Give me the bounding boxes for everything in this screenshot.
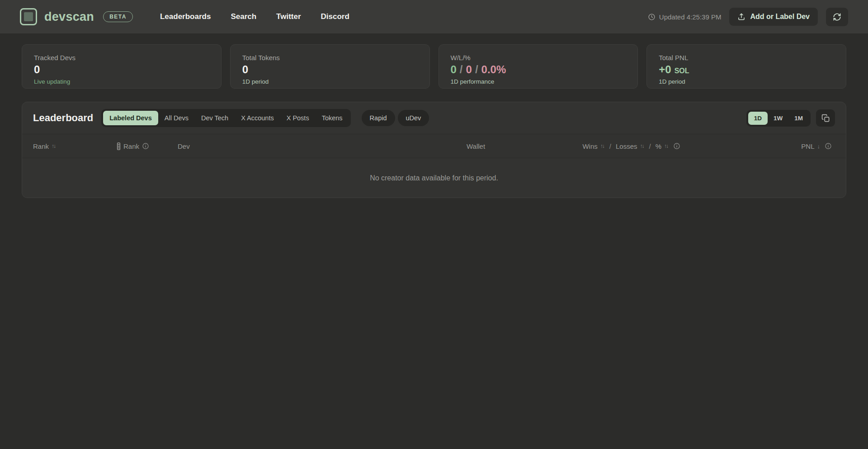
scan-rank-column-label: Rank: [123, 142, 139, 150]
stats-row: Tracked Devs 0 Live updating Total Token…: [22, 44, 846, 89]
sort-updown-icon: ↑↓: [664, 143, 669, 149]
separator: /: [647, 142, 652, 150]
rank-column-label: Rank: [33, 142, 49, 150]
sort-desc-icon: ↓: [817, 143, 821, 150]
devscan-logo-inner-square: [24, 12, 33, 21]
filter-rapid-button[interactable]: Rapid: [362, 110, 395, 126]
stat-card-wl-pct: W/L/% 0/0/0.0% 1D performance: [439, 44, 638, 89]
sort-updown-icon: ↑↓: [600, 143, 605, 149]
stat-card-tracked-devs: Tracked Devs 0 Live updating: [22, 44, 222, 89]
copy-icon: [821, 114, 830, 123]
updated-text: Updated 4:25:39 PM: [659, 13, 722, 21]
separator: /: [472, 63, 481, 76]
rank-badge-icon: [117, 142, 121, 150]
tab-all-devs[interactable]: All Devs: [158, 111, 195, 125]
tab-tokens[interactable]: Tokens: [316, 111, 349, 125]
updated-status: Updated 4:25:39 PM: [648, 13, 722, 21]
column-header-rank[interactable]: Rank ↑↓: [33, 142, 117, 150]
stat-label: Tracked Devs: [34, 54, 209, 61]
pnl-column-label: PNL: [801, 142, 814, 150]
stat-label: Total PNL: [659, 54, 834, 61]
stat-subtitle: 1D period: [659, 78, 834, 85]
nav-search[interactable]: Search: [231, 12, 256, 21]
nav-discord[interactable]: Discord: [321, 12, 349, 21]
pct-value: 0.0%: [481, 63, 506, 76]
main-nav: Leaderboards Search Twitter Discord: [160, 12, 349, 21]
period-1w-button[interactable]: 1W: [768, 112, 788, 125]
upload-icon: [737, 13, 745, 21]
period-1d-button[interactable]: 1D: [748, 112, 768, 125]
column-header-scan-rank[interactable]: Rank: [117, 142, 178, 150]
stat-value: 0: [34, 64, 209, 76]
devscan-logo-icon[interactable]: [20, 8, 37, 25]
refresh-icon: [833, 13, 841, 21]
wallet-column-label: Wallet: [467, 142, 485, 150]
info-icon: [673, 142, 680, 150]
header-right: Updated 4:25:39 PM Add or Label Dev: [648, 8, 848, 26]
filter-udev-button[interactable]: uDev: [398, 110, 429, 126]
info-icon: [825, 142, 832, 150]
clock-icon: [648, 13, 656, 21]
leaderboard-header: Leaderboard Labeled Devs All Devs Dev Te…: [22, 102, 846, 134]
stat-card-total-pnl: Total PNL +0SOL 1D period: [646, 44, 846, 89]
losses-column-label: Losses: [616, 142, 637, 150]
leaderboard-panel: Leaderboard Labeled Devs All Devs Dev Te…: [22, 102, 846, 198]
tab-labeled-devs[interactable]: Labeled Devs: [103, 111, 158, 125]
leaderboard-tab-group: Labeled Devs All Devs Dev Tech X Account…: [101, 109, 350, 127]
pnl-unit: SOL: [675, 67, 689, 75]
pnl-value: +0: [659, 63, 671, 76]
stat-label: W/L/%: [451, 54, 626, 61]
period-segmented-control: 1D 1W 1M: [746, 110, 811, 127]
wins-column-label: Wins: [582, 142, 597, 150]
stat-value: 0: [242, 64, 418, 76]
column-header-wallet: Wallet: [467, 142, 581, 150]
stat-label: Total Tokens: [242, 54, 418, 61]
copy-button[interactable]: [816, 109, 835, 127]
stat-subtitle: 1D period: [242, 78, 418, 85]
column-header-dev: Dev: [178, 142, 467, 150]
tab-dev-tech[interactable]: Dev Tech: [195, 111, 235, 125]
stat-value-wl: 0/0/0.0%: [451, 64, 626, 76]
stat-subtitle: 1D performance: [451, 78, 626, 85]
filter-pills: Rapid uDev: [362, 110, 429, 126]
refresh-button[interactable]: [826, 8, 848, 26]
separator: /: [608, 142, 613, 150]
stat-subtitle: Live updating: [34, 78, 209, 85]
sort-updown-icon: ↑↓: [640, 143, 644, 149]
pct-column-label: %: [656, 142, 661, 150]
brand-title: devscan: [44, 10, 94, 24]
beta-badge: BETA: [103, 11, 133, 22]
wins-value: 0: [451, 63, 457, 76]
empty-state-message: No creator data available for this perio…: [370, 174, 498, 182]
nav-leaderboards[interactable]: Leaderboards: [160, 12, 211, 21]
period-controls: 1D 1W 1M: [746, 109, 835, 127]
period-1m-button[interactable]: 1M: [788, 112, 809, 125]
separator: /: [457, 63, 466, 76]
column-header-wins-losses-pct[interactable]: Wins ↑↓ / Losses ↑↓ / % ↑↓: [581, 142, 680, 150]
table-header-row: Rank ↑↓ Rank Dev Wallet Wins: [22, 134, 846, 158]
nav-twitter[interactable]: Twitter: [276, 12, 301, 21]
tab-x-accounts[interactable]: X Accounts: [235, 111, 280, 125]
add-or-label-dev-label: Add or Label Dev: [750, 13, 810, 21]
app-header: devscan BETA Leaderboards Search Twitter…: [0, 0, 868, 33]
leaderboard-title: Leaderboard: [33, 112, 93, 124]
info-icon: [142, 142, 149, 150]
add-or-label-dev-button[interactable]: Add or Label Dev: [729, 8, 818, 26]
stat-value-pnl: +0SOL: [659, 64, 834, 76]
tab-x-posts[interactable]: X Posts: [280, 111, 316, 125]
stat-card-total-tokens: Total Tokens 0 1D period: [230, 44, 430, 89]
dev-column-label: Dev: [178, 142, 190, 150]
sort-updown-icon: ↑↓: [52, 143, 56, 149]
losses-value: 0: [466, 63, 472, 76]
empty-state: No creator data available for this perio…: [22, 158, 846, 198]
column-header-pnl[interactable]: PNL ↓: [680, 142, 832, 150]
